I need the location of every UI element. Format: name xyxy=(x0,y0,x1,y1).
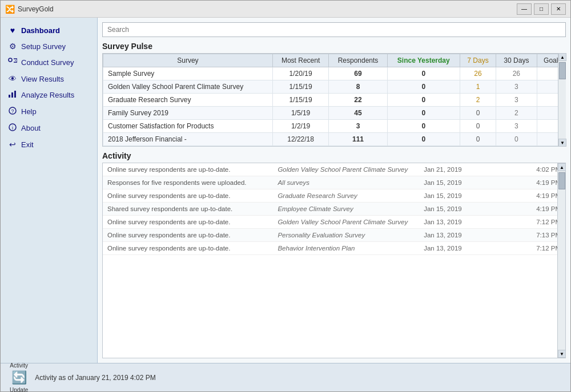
table-row[interactable]: Sample Survey 1/20/19 69 0 26 26 xyxy=(103,67,565,80)
list-item[interactable]: Responses for five respondents were uplo… xyxy=(103,176,565,189)
since-yesterday-cell: 0 xyxy=(387,80,460,94)
activity-date-cell: Jan 15, 2019 xyxy=(419,176,506,189)
refresh-icon[interactable]: 🔄 xyxy=(11,370,27,386)
table-row[interactable]: Golden Valley School Parent Climate Surv… xyxy=(103,80,565,94)
footer: Activity 🔄 Update Activity as of January… xyxy=(1,363,570,391)
30days-cell: 3 xyxy=(496,94,537,107)
title-bar: 🔀 SurveyGold — □ ✕ xyxy=(1,1,570,18)
window-title: SurveyGold xyxy=(18,5,54,13)
respondents-cell: 45 xyxy=(329,107,387,120)
sidebar-icon-help: ? xyxy=(7,107,18,116)
sidebar-label-help: Help xyxy=(21,107,37,116)
sidebar-label-analyze-results: Analyze Results xyxy=(21,91,74,99)
scroll-thumb[interactable] xyxy=(559,62,566,79)
main-panel: Survey Pulse Survey Most Recent Responde… xyxy=(98,18,570,363)
activity-description-cell: Shared survey respondents are up-to-date… xyxy=(103,203,273,216)
30days-cell: 2 xyxy=(496,107,537,120)
sidebar-icon-conduct-survey xyxy=(7,58,18,67)
scroll-down-arrow[interactable]: ▼ xyxy=(558,139,566,147)
list-item[interactable]: Online survey respondents are up-to-date… xyxy=(103,229,565,242)
pulse-scrollbar[interactable]: ▲ ▼ xyxy=(558,53,566,147)
since-yesterday-cell: 0 xyxy=(387,120,460,133)
minimize-button[interactable]: — xyxy=(517,3,532,15)
sidebar-label-view-results: View Results xyxy=(21,75,64,83)
table-row[interactable]: Family Survey 2019 1/5/19 45 0 0 2 xyxy=(103,107,565,120)
activity-survey-cell: Golden Valley School Parent Climate Surv… xyxy=(273,216,419,229)
survey-name-cell: 2018 Jefferson Financial - xyxy=(103,133,273,146)
7days-cell: 0 xyxy=(460,107,496,120)
sidebar-label-conduct-survey: Conduct Survey xyxy=(21,58,74,67)
main-window: 🔀 SurveyGold — □ ✕ ♥Dashboard⚙Setup Surv… xyxy=(0,0,571,392)
svg-rect-3 xyxy=(11,92,13,98)
7days-cell: 26 xyxy=(460,67,496,80)
activity-description-cell: Online survey respondents are up-to-date… xyxy=(103,229,273,242)
survey-name-cell: Golden Valley School Parent Climate Surv… xyxy=(103,80,273,94)
sidebar-item-exit[interactable]: ↩Exit xyxy=(1,136,97,152)
activity-scroll-thumb[interactable] xyxy=(558,172,565,189)
title-bar-left: 🔀 SurveyGold xyxy=(5,5,54,14)
table-row[interactable]: Customer Satisfaction for Products 1/2/1… xyxy=(103,120,565,133)
activity-date-cell: Jan 21, 2019 xyxy=(419,163,506,176)
sidebar: ♥Dashboard⚙Setup SurveyConduct Survey👁Vi… xyxy=(1,18,98,363)
activity-survey-cell: Behavior Intervention Plan xyxy=(273,242,419,255)
sidebar-item-analyze-results[interactable]: Analyze Results xyxy=(1,87,97,103)
survey-pulse-table: Survey Most Recent Respondents Since Yes… xyxy=(103,54,565,146)
list-item[interactable]: Online survey respondents are up-to-date… xyxy=(103,163,565,176)
title-bar-controls: — □ ✕ xyxy=(517,3,566,15)
col-header-respondents: Respondents xyxy=(329,54,387,67)
sidebar-item-dashboard[interactable]: ♥Dashboard xyxy=(1,22,97,38)
table-row[interactable]: 2018 Jefferson Financial - 12/22/18 111 … xyxy=(103,133,565,146)
sidebar-item-view-results[interactable]: 👁View Results xyxy=(1,71,97,87)
activity-scroll-down[interactable]: ▼ xyxy=(558,350,566,358)
activity-description-cell: Responses for five respondents were uplo… xyxy=(103,176,273,189)
sidebar-icon-exit: ↩ xyxy=(7,140,18,149)
30days-cell: 3 xyxy=(496,80,537,94)
search-input[interactable] xyxy=(102,22,566,37)
list-item[interactable]: Online survey respondents are up-to-date… xyxy=(103,242,565,255)
activity-description-cell: Online survey respondents are up-to-date… xyxy=(103,242,273,255)
sidebar-label-dashboard: Dashboard xyxy=(21,26,60,35)
main-content: ♥Dashboard⚙Setup SurveyConduct Survey👁Vi… xyxy=(1,18,570,363)
col-header-since-yesterday: Since Yesterday xyxy=(387,54,460,67)
since-yesterday-cell: 0 xyxy=(387,67,460,80)
table-row[interactable]: Graduate Research Survey 1/15/19 22 0 2 … xyxy=(103,94,565,107)
7days-cell: 2 xyxy=(460,94,496,107)
7days-cell: 1 xyxy=(460,80,496,94)
list-item[interactable]: Shared survey respondents are up-to-date… xyxy=(103,203,565,216)
7days-cell: 0 xyxy=(460,133,496,146)
most-recent-cell: 1/15/19 xyxy=(272,94,328,107)
survey-name-cell: Customer Satisfaction for Products xyxy=(103,120,273,133)
most-recent-cell: 1/15/19 xyxy=(272,80,328,94)
list-item[interactable]: Online survey respondents are up-to-date… xyxy=(103,216,565,229)
sidebar-item-conduct-survey[interactable]: Conduct Survey xyxy=(1,54,97,71)
close-button[interactable]: ✕ xyxy=(551,3,566,15)
most-recent-cell: 1/20/19 xyxy=(272,67,328,80)
respondents-cell: 8 xyxy=(329,80,387,94)
since-yesterday-cell: 0 xyxy=(387,94,460,107)
maximize-button[interactable]: □ xyxy=(534,3,549,15)
list-item[interactable]: Online survey respondents are up-to-date… xyxy=(103,189,565,203)
sidebar-item-help[interactable]: ?Help xyxy=(1,103,97,120)
survey-pulse-section: Survey Pulse Survey Most Recent Responde… xyxy=(102,42,566,147)
sidebar-label-exit: Exit xyxy=(21,140,34,149)
survey-pulse-title: Survey Pulse xyxy=(102,42,566,51)
activity-scroll-up[interactable]: ▲ xyxy=(558,163,566,171)
activity-description-cell: Online survey respondents are up-to-date… xyxy=(103,216,273,229)
col-header-7days: 7 Days xyxy=(460,54,496,67)
sidebar-label-about: About xyxy=(21,124,41,132)
survey-name-cell: Family Survey 2019 xyxy=(103,107,273,120)
most-recent-cell: 1/2/19 xyxy=(272,120,328,133)
sidebar-item-about[interactable]: iAbout xyxy=(1,120,97,136)
activity-survey-cell: Golden Valley School Parent Climate Surv… xyxy=(273,163,419,176)
activity-time-cell: 4:19 PM xyxy=(507,203,565,216)
footer-icon-area: Activity 🔄 Update xyxy=(10,362,28,393)
scroll-up-arrow[interactable]: ▲ xyxy=(558,53,566,61)
activity-scrollbar[interactable]: ▲ ▼ xyxy=(557,163,565,358)
sidebar-item-setup-survey[interactable]: ⚙Setup Survey xyxy=(1,38,97,54)
sidebar-icon-setup-survey: ⚙ xyxy=(7,42,18,51)
sidebar-icon-view-results: 👁 xyxy=(7,74,18,83)
respondents-cell: 22 xyxy=(329,94,387,107)
most-recent-cell: 12/22/18 xyxy=(272,133,328,146)
activity-date-cell: Jan 15, 2019 xyxy=(419,189,506,203)
activity-description-cell: Online survey respondents are up-to-date… xyxy=(103,189,273,203)
